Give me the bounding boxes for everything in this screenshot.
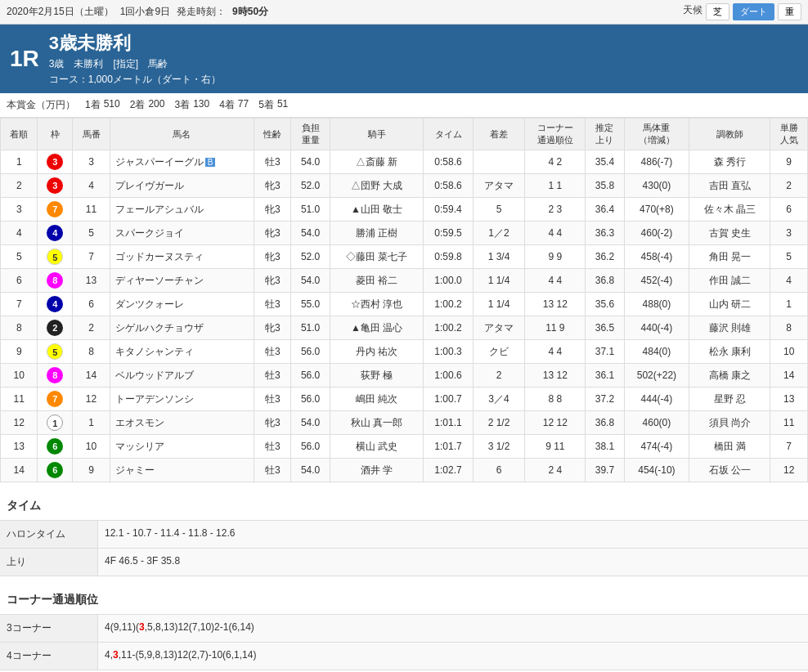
- prize-rank-4: 4着: [219, 98, 235, 112]
- cell-num: 7: [73, 245, 110, 269]
- cell-rank: 8: [1, 316, 38, 340]
- cell-name: スパークジョイ: [110, 222, 254, 245]
- table-row: 14 6 9 ジャミー 牡3 54.0 酒井 学 1:02.7 6 2 4 39…: [1, 459, 808, 482]
- cell-trainer: 古賀 史生: [689, 222, 770, 245]
- time-row-0: ハロンタイム 12.1 - 10.7 - 11.4 - 11.8 - 12.6: [0, 521, 808, 549]
- prize-rank-5: 5着: [258, 98, 274, 112]
- cell-diff: 5: [473, 198, 525, 222]
- cell-name: ゴッドカーヌスティ: [110, 245, 254, 269]
- th-rank: 着順: [1, 119, 38, 150]
- frame-badge: 4: [47, 296, 63, 312]
- prize-1: 1着 510: [85, 98, 120, 112]
- cell-sex: 牝3: [254, 174, 291, 198]
- b-badge: B: [205, 158, 216, 167]
- cell-corner: 4 2: [525, 150, 586, 174]
- cell-diff: 2 1/2: [473, 411, 525, 435]
- results-table: 着順 枠 馬番 馬名 性齢 負担重量 騎手 タイム 着差 コーナー通過順位 推定…: [0, 118, 808, 482]
- th-sex: 性齢: [254, 119, 291, 150]
- th-corner: コーナー通過順位: [525, 119, 586, 150]
- cell-diff: アタマ: [473, 316, 525, 340]
- frame-badge: 8: [47, 272, 63, 289]
- cell-bodyweight: 444(-4): [624, 388, 689, 411]
- cell-estlast: 37.1: [586, 340, 624, 364]
- prize-rank-3: 3着: [174, 98, 190, 112]
- cell-bodyweight: 452(-4): [624, 269, 689, 293]
- frame-badge: 2: [47, 320, 63, 336]
- th-jockey: 騎手: [330, 119, 424, 150]
- cell-frame: 7: [38, 198, 73, 222]
- weather-turf-btn[interactable]: 芝: [706, 3, 729, 20]
- cell-load-weight: 54.0: [291, 222, 330, 245]
- cell-estlast: 39.7: [586, 459, 624, 482]
- prize-label: 本賞金（万円）: [7, 98, 75, 112]
- frame-badge: 6: [47, 462, 63, 478]
- cell-frame: 2: [38, 316, 73, 340]
- cell-popularity: 12: [770, 459, 808, 482]
- frame-badge: 7: [47, 201, 63, 217]
- cell-name: キタノシャンティ: [110, 340, 254, 364]
- cell-estlast: 36.8: [586, 269, 624, 293]
- th-trainer: 調教師: [689, 119, 770, 150]
- race-header: 1R 3歳未勝利 3歳 未勝利 [指定] 馬齢 コース：1,000メートル（ダー…: [0, 25, 808, 93]
- cell-bodyweight: 470(+8): [624, 198, 689, 222]
- table-row: 1 3 3 ジャスパーイーグルB 牡3 54.0 △斎藤 新 0:58.6 4 …: [1, 150, 808, 174]
- cell-estlast: 36.1: [586, 364, 624, 388]
- th-popularity: 単勝人気: [770, 119, 808, 150]
- cell-frame: 1: [38, 411, 73, 435]
- cell-jockey: ▲山田 敬士: [330, 198, 424, 222]
- cell-corner: 9 11: [525, 435, 586, 459]
- cell-estlast: 36.5: [586, 316, 624, 340]
- cell-num: 8: [73, 340, 110, 364]
- prize-rank-1: 1着: [85, 98, 101, 112]
- cell-trainer: 石坂 公一: [689, 459, 770, 482]
- cell-popularity: 3: [770, 222, 808, 245]
- cell-trainer: 橋田 満: [689, 435, 770, 459]
- cell-trainer: 藤沢 則雄: [689, 316, 770, 340]
- cell-popularity: 14: [770, 364, 808, 388]
- cell-sex: 牡3: [254, 150, 291, 174]
- prize-value-4: 77: [238, 98, 249, 112]
- cell-bodyweight: 486(-7): [624, 150, 689, 174]
- prize-rank-2: 2着: [130, 98, 146, 112]
- cell-load-weight: 56.0: [291, 340, 330, 364]
- cell-load-weight: 52.0: [291, 174, 330, 198]
- cell-frame: 3: [38, 174, 73, 198]
- cell-num: 4: [73, 174, 110, 198]
- cell-bodyweight: 458(-4): [624, 245, 689, 269]
- cell-bodyweight: 474(-4): [624, 435, 689, 459]
- cell-popularity: 4: [770, 269, 808, 293]
- cell-rank: 12: [1, 411, 38, 435]
- cell-jockey: 菱田 裕二: [330, 269, 424, 293]
- start-time-value: 9時50分: [232, 5, 268, 19]
- cell-rank: 10: [1, 364, 38, 388]
- cell-num: 6: [73, 293, 110, 316]
- race-number: 1R: [10, 46, 39, 72]
- cell-time: 1:00.0: [424, 269, 473, 293]
- cell-frame: 4: [38, 293, 73, 316]
- cell-num: 11: [73, 198, 110, 222]
- table-header-row: 着順 枠 馬番 馬名 性齢 負担重量 騎手 タイム 着差 コーナー通過順位 推定…: [1, 119, 808, 150]
- cell-corner: 11 9: [525, 316, 586, 340]
- th-weight: 負担重量: [291, 119, 330, 150]
- weather-buttons: 天候 芝 ダート 重: [683, 3, 801, 20]
- corner-text-before-0: 4(9,11)(: [105, 621, 139, 633]
- cell-jockey: ☆西村 淳也: [330, 293, 424, 316]
- weather-heavy-btn[interactable]: 重: [778, 3, 801, 20]
- cell-jockey: △団野 大成: [330, 174, 424, 198]
- weather-dirt-btn[interactable]: ダート: [733, 3, 774, 20]
- cell-popularity: 9: [770, 150, 808, 174]
- corner-value-1: 4,3,11-(5,9,8,13)12(2,7)-10(6,1,14): [98, 643, 808, 670]
- cell-diff: 1／2: [473, 222, 525, 245]
- cell-frame: 4: [38, 222, 73, 245]
- th-time: タイム: [424, 119, 473, 150]
- cell-corner: 4 4: [525, 269, 586, 293]
- cell-frame: 8: [38, 364, 73, 388]
- cell-corner: 2 3: [525, 198, 586, 222]
- top-bar: 2020年2月15日（土曜） 1回小倉9日 発走時刻： 9時50分 天候 芝 ダ…: [0, 0, 808, 25]
- table-row: 8 2 2 シゲルハクチョウザ 牝3 51.0 ▲亀田 温心 1:00.2 アタ…: [1, 316, 808, 340]
- cell-time: 0:59.5: [424, 222, 473, 245]
- cell-frame: 8: [38, 269, 73, 293]
- table-row: 5 5 7 ゴッドカーヌスティ 牝3 52.0 ◇藤田 菜七子 0:59.8 1…: [1, 245, 808, 269]
- cell-rank: 11: [1, 388, 38, 411]
- cell-jockey: 勝浦 正樹: [330, 222, 424, 245]
